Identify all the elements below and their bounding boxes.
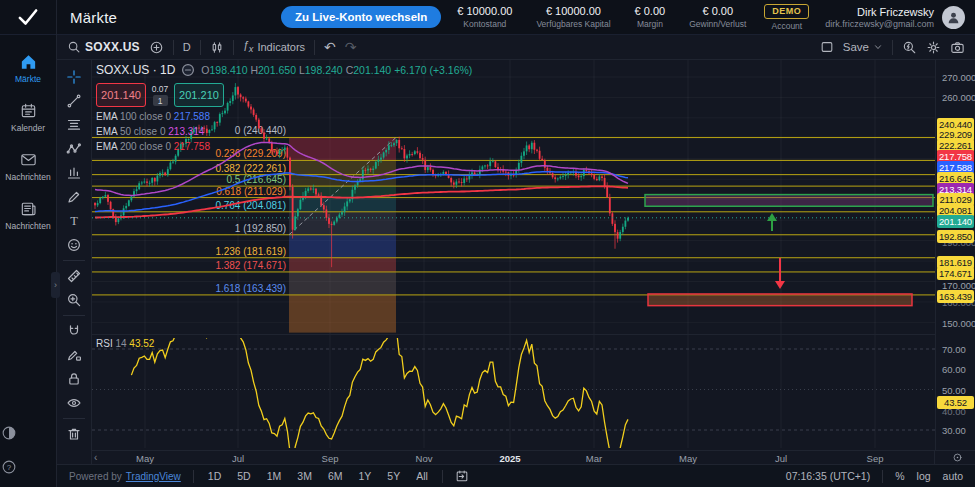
settings-button[interactable] — [926, 40, 941, 55]
range-1m[interactable]: 1M — [265, 469, 284, 483]
tool-fib-retracement[interactable] — [62, 113, 86, 137]
tool-remove-all[interactable] — [62, 422, 86, 446]
rsi-legend[interactable]: RSI 14 43.52 — [96, 338, 154, 349]
app-header: Märkte Zu Live-Konto wechseln € 10000.00… — [0, 0, 975, 35]
snapshot-button[interactable] — [950, 40, 965, 55]
range-6m[interactable]: 6M — [326, 469, 345, 483]
time-axis-label: Jul — [232, 453, 244, 464]
tool-hide-all[interactable] — [62, 391, 86, 415]
sidebar-item-kalender[interactable]: Kalender — [0, 101, 56, 133]
time-axis[interactable]: ‹ MayJulSepNov2025MarMayJulSep — [92, 450, 975, 464]
theme-toggle[interactable] — [0, 424, 56, 442]
redo-button[interactable]: ↷ — [345, 39, 357, 55]
indicators-label: Indicators — [257, 41, 305, 53]
quick-search-button[interactable] — [902, 40, 917, 55]
toolbar-separator — [892, 40, 893, 55]
toolbar-separator — [314, 40, 315, 55]
svg-text:1.618 (163.439): 1.618 (163.439) — [215, 283, 286, 294]
price-scale[interactable]: 270.000260.000190.000170.000160.000150.0… — [935, 60, 975, 464]
go-to-date-button[interactable] — [455, 469, 469, 483]
tool-xabcd-pattern[interactable] — [62, 137, 86, 161]
gear-icon — [926, 40, 941, 55]
toolbar-divider — [63, 315, 85, 316]
fx-icon: ƒx — [243, 39, 254, 54]
time-axis-label: Mar — [586, 453, 602, 464]
svg-text:1.382 (174.671): 1.382 (174.671) — [215, 260, 286, 271]
tool-drawing-mode[interactable] — [62, 343, 86, 367]
change-value: +6.170 (+3.16%) — [394, 64, 472, 76]
sidebar-item-maerkte[interactable]: Märkte — [0, 52, 56, 84]
time-axis-label: Sep — [322, 453, 339, 464]
range-all[interactable]: All — [414, 469, 430, 483]
tool-forecast[interactable] — [62, 161, 86, 185]
collapse-legend-icon[interactable] — [181, 63, 195, 77]
symbol-search-button[interactable]: SOXX.US — [67, 40, 140, 54]
range-1y[interactable]: 1Y — [357, 469, 374, 483]
switch-live-account-button[interactable]: Zu Live-Konto wechseln — [281, 6, 441, 28]
user-info[interactable]: Dirk Friczewsky dirk.friczewsky@gmail.co… — [825, 6, 934, 29]
legend-symbol-title: SOXX.US · 1D — [96, 63, 175, 77]
app-logo[interactable] — [0, 0, 57, 35]
auto-scale-button[interactable]: auto — [943, 470, 963, 482]
person-icon — [946, 10, 961, 25]
time-axis-label: May — [679, 453, 697, 464]
sidebar-item-nachrichten-news[interactable]: Nachrichten — [0, 199, 56, 231]
tool-lock-all[interactable] — [62, 367, 86, 391]
buy-button[interactable]: 201.210 — [174, 83, 224, 107]
tool-emoji[interactable] — [62, 233, 86, 257]
chart-style-button[interactable] — [210, 40, 224, 55]
demo-badge: DEMO — [764, 4, 809, 19]
indicators-button[interactable]: ƒx Indicators — [243, 39, 305, 54]
stat-label: Kontostand — [457, 19, 512, 29]
tool-trend-line[interactable] — [62, 89, 86, 113]
range-1d[interactable]: 1D — [206, 469, 223, 483]
svg-text:0.5 (216.645): 0.5 (216.645) — [227, 174, 287, 185]
stat-value: € 10000.00 — [457, 5, 512, 17]
log-scale-button[interactable]: log — [917, 470, 931, 482]
calendar-icon — [19, 101, 38, 120]
interval-button[interactable]: D — [183, 41, 191, 53]
range-5y[interactable]: 5Y — [385, 469, 402, 483]
stat-kapital: € 10000.00 Verfügbares Kapital — [536, 5, 610, 29]
help-button[interactable]: ? — [0, 458, 56, 476]
account-type[interactable]: DEMO Account — [764, 4, 809, 31]
percent-scale-button[interactable]: % — [895, 470, 904, 482]
price-scale-label: 260.000 — [942, 92, 975, 103]
question-mark-icon: ? — [0, 458, 18, 476]
tradingview-link[interactable]: TradingView — [126, 471, 181, 482]
sidebar-item-label: Nachrichten — [0, 172, 56, 182]
add-symbol-button[interactable] — [149, 40, 164, 55]
tool-crosshair[interactable] — [62, 65, 86, 89]
clock[interactable]: 07:16:35 (UTC+1) — [786, 470, 870, 482]
page-title: Märkte — [70, 9, 117, 26]
layout-button[interactable] — [820, 40, 834, 54]
avatar[interactable] — [942, 6, 965, 29]
undo-button[interactable]: ↶ — [324, 39, 336, 55]
tool-magnet[interactable] — [62, 319, 86, 343]
save-button[interactable]: Save — [843, 41, 883, 53]
account-label: Account — [764, 21, 809, 31]
indicator-legend-ema100[interactable]: EMA 100 close 0 217.588 — [96, 111, 472, 122]
fib-lines-icon — [66, 117, 82, 133]
range-3m[interactable]: 3M — [295, 469, 314, 483]
scroll-to-realtime-icon[interactable] — [952, 452, 963, 463]
tool-text[interactable]: T — [62, 209, 86, 233]
indicator-legend-ema200[interactable]: EMA 200 close 0 217.758 — [96, 141, 472, 152]
pane-collapse-icon[interactable]: ‹ — [94, 452, 97, 463]
tool-brush[interactable] — [62, 185, 86, 209]
price-badge: 201.140 — [937, 215, 974, 228]
ruler-icon — [66, 268, 82, 284]
lot-size[interactable]: 1 — [153, 95, 168, 106]
trash-icon — [66, 426, 82, 442]
tool-zoom-in[interactable] — [62, 288, 86, 312]
layout-square-icon — [820, 40, 834, 54]
tool-ruler[interactable] — [62, 264, 86, 288]
sell-button[interactable]: 201.140 — [96, 83, 146, 107]
time-axis-label: Nov — [416, 453, 433, 464]
range-5d[interactable]: 5D — [235, 469, 252, 483]
indicator-legend-ema50[interactable]: EMA 50 close 0 213.314 — [96, 126, 472, 137]
sidebar-item-nachrichten-mail[interactable]: Nachrichten — [0, 150, 56, 182]
toolbar-collapse-handle[interactable]: › — [51, 272, 60, 298]
svg-text:0.618 (211.029): 0.618 (211.029) — [216, 186, 286, 197]
target-icon — [952, 452, 963, 463]
